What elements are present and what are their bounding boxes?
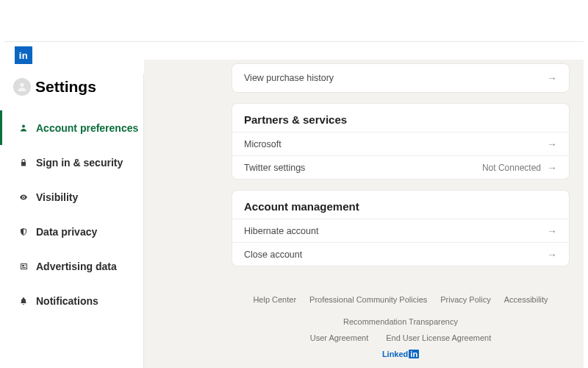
card-purchase-history: View purchase history → xyxy=(232,64,569,92)
sidebar-item-label: Account preferences xyxy=(36,122,138,134)
row-label: Twitter settings xyxy=(244,163,305,173)
row-microsoft[interactable]: Microsoft → xyxy=(232,132,569,155)
page-title: Settings xyxy=(35,78,96,96)
svg-point-0 xyxy=(20,83,24,87)
sidebar-item-label: Visibility xyxy=(36,191,78,203)
sidebar: Settings Account preferences Sign in & s… xyxy=(0,74,144,368)
lock-icon xyxy=(18,158,29,167)
sidebar-item-sign-in-security[interactable]: Sign in & security xyxy=(0,145,143,180)
sidebar-item-label: Data privacy xyxy=(36,226,97,238)
chevron-right-icon: → xyxy=(547,72,557,84)
row-meta: Not Connected xyxy=(482,163,541,173)
main-content: View purchase history → Partners & servi… xyxy=(144,60,584,368)
card-account-management: Account management Hibernate account → C… xyxy=(232,191,569,266)
row-twitter-settings[interactable]: Twitter settings Not Connected → xyxy=(232,155,569,179)
footer-logo: Linkedin xyxy=(232,350,569,358)
svg-point-1 xyxy=(22,124,25,127)
row-close-account[interactable]: Close account → xyxy=(232,242,569,266)
footer: Help Center Professional Community Polic… xyxy=(232,295,569,358)
footer-link[interactable]: Accessibility xyxy=(504,295,548,304)
card-title: Partners & services xyxy=(232,104,569,132)
linkedin-logo[interactable]: in xyxy=(15,46,32,64)
row-label: View purchase history xyxy=(244,73,334,83)
svg-point-2 xyxy=(23,197,24,198)
bell-icon xyxy=(18,297,29,305)
footer-link[interactable]: Professional Community Policies xyxy=(309,295,427,304)
row-label: Close account xyxy=(244,250,302,260)
footer-link[interactable]: User Agreement xyxy=(310,333,368,342)
sidebar-item-data-privacy[interactable]: Data privacy xyxy=(0,214,143,249)
card-title: Account management xyxy=(232,191,569,219)
sidebar-item-account-preferences[interactable]: Account preferences xyxy=(0,110,143,145)
row-label: Hibernate account xyxy=(244,226,318,236)
newspaper-icon xyxy=(18,262,29,271)
card-partners-services: Partners & services Microsoft → Twitter … xyxy=(232,104,569,179)
sidebar-item-advertising-data[interactable]: Advertising data xyxy=(0,249,143,283)
person-icon xyxy=(18,124,29,132)
row-view-purchase-history[interactable]: View purchase history → xyxy=(232,64,569,92)
sidebar-item-notifications[interactable]: Notifications xyxy=(0,283,143,318)
footer-link[interactable]: Help Center xyxy=(253,295,296,304)
sidebar-item-visibility[interactable]: Visibility xyxy=(0,180,143,214)
avatar xyxy=(13,78,31,96)
row-hibernate-account[interactable]: Hibernate account → xyxy=(232,219,569,242)
sidebar-item-label: Notifications xyxy=(36,295,98,307)
sidebar-item-label: Advertising data xyxy=(36,261,117,272)
chevron-right-icon: → xyxy=(547,138,557,150)
shield-icon xyxy=(18,227,29,236)
chevron-right-icon: → xyxy=(547,225,557,237)
chevron-right-icon: → xyxy=(547,249,557,261)
row-label: Microsoft xyxy=(244,139,282,149)
footer-link[interactable]: End User License Agreement xyxy=(386,333,491,342)
footer-link[interactable]: Privacy Policy xyxy=(440,295,490,304)
footer-link[interactable]: Recommendation Transparency xyxy=(343,317,458,326)
sidebar-item-label: Sign in & security xyxy=(36,157,123,169)
chevron-right-icon: → xyxy=(547,162,557,174)
eye-icon xyxy=(18,193,29,202)
